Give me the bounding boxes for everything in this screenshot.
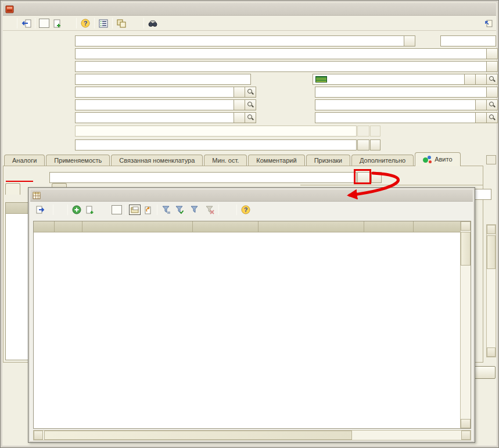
popup-maximize-button[interactable] — [450, 191, 460, 200]
tab-scroll-right-button[interactable] — [491, 156, 496, 164]
hierarchy-view-button[interactable] — [129, 205, 141, 215]
name-field[interactable] — [75, 35, 415, 46]
form-vertical-scrollbar[interactable] — [486, 224, 496, 357]
ad-title-clear-button[interactable] — [480, 189, 491, 199]
warranty-ellipsis-button[interactable] — [357, 139, 369, 150]
section-clear-button[interactable] — [371, 172, 382, 183]
nom-type-ellipsis-button[interactable] — [234, 87, 245, 97]
popup-minimize-button[interactable] — [439, 191, 450, 200]
vat-ellipsis-button[interactable] — [234, 113, 245, 123]
header-name[interactable] — [82, 221, 193, 232]
base-unit-open-button[interactable] — [486, 100, 497, 110]
nom-kind-ellipsis-button[interactable] — [486, 87, 497, 97]
save-and-close-button[interactable] — [20, 18, 32, 28]
popup-help-button[interactable]: ? — [240, 205, 252, 215]
scroll-thumb[interactable] — [487, 235, 496, 269]
code-field[interactable] — [440, 35, 496, 46]
tab[interactable]: Применяемость — [46, 155, 110, 166]
separator — [35, 18, 35, 28]
catalog-no-field[interactable] — [75, 74, 251, 85]
header-author[interactable] — [414, 221, 461, 232]
tab-label: Комментарий — [256, 157, 296, 164]
scroll-down-button[interactable] — [461, 419, 471, 428]
section-field[interactable] — [49, 172, 357, 183]
header-code[interactable] — [55, 221, 82, 232]
help-button[interactable]: ? — [80, 18, 91, 28]
warranty-clear-button[interactable] — [370, 139, 380, 150]
nom-type-field[interactable] — [75, 87, 256, 98]
add-copy-button[interactable] — [84, 205, 96, 215]
currency-button[interactable] — [129, 18, 141, 28]
structure-view-button[interactable] — [98, 18, 109, 28]
manufacturer-ellipsis-button[interactable] — [475, 74, 486, 84]
move-to-group-button[interactable] — [142, 205, 154, 215]
reread-button[interactable] — [38, 18, 50, 28]
base-unit-ellipsis-button[interactable] — [475, 100, 486, 110]
currency-open-button[interactable] — [245, 100, 256, 110]
actions-menu-button[interactable] — [6, 22, 14, 24]
foreign-ellipsis-button[interactable] — [486, 49, 497, 59]
tab[interactable]: Авито — [415, 152, 460, 166]
main-unit-open-button[interactable] — [486, 113, 497, 123]
tab-scroll-left-button[interactable] — [487, 156, 491, 164]
header-slug[interactable] — [259, 221, 364, 232]
manufacturer-open-button[interactable] — [486, 74, 497, 84]
tab[interactable]: Признаки — [306, 155, 350, 166]
header-date[interactable] — [364, 221, 414, 232]
foreign-field[interactable] — [75, 48, 498, 59]
edit-button[interactable] — [98, 205, 109, 215]
vat-field[interactable] — [75, 112, 256, 123]
full-name-field[interactable] — [75, 61, 498, 72]
tab[interactable]: Дополнительно — [351, 155, 414, 166]
copy-new-button[interactable] — [52, 18, 63, 28]
scroll-left-button[interactable] — [34, 431, 43, 440]
scroll-up-button[interactable] — [487, 225, 496, 234]
popup-actions-menu-button[interactable] — [56, 209, 64, 211]
scroll-right-button[interactable] — [461, 431, 471, 440]
filter-by-value-button[interactable] — [174, 205, 185, 215]
nom-kind-field[interactable] — [315, 87, 498, 98]
scroll-thumb[interactable] — [461, 232, 471, 266]
copy-frames-button[interactable] — [116, 18, 127, 28]
pricing-field[interactable] — [75, 126, 357, 137]
table-horizontal-scrollbar[interactable] — [33, 430, 471, 440]
main-unit-ellipsis-button[interactable] — [475, 113, 486, 123]
filter-history-button[interactable] — [187, 205, 202, 215]
goto-menu-button[interactable] — [65, 22, 73, 24]
manufacturer-field[interactable] — [313, 74, 498, 85]
scroll-down-button[interactable] — [487, 347, 496, 357]
tab-label: Дополнительно — [360, 157, 405, 164]
vat-open-button[interactable] — [245, 113, 256, 123]
currency-ellipsis-button[interactable] — [234, 100, 245, 110]
tab[interactable]: Комментарий — [248, 155, 304, 166]
subtab-properties[interactable] — [5, 183, 20, 195]
currency-field[interactable] — [75, 99, 256, 110]
minimize-button[interactable] — [462, 5, 473, 14]
table-vertical-scrollbar[interactable] — [460, 221, 471, 428]
popup-close-button[interactable] — [460, 191, 471, 200]
close-button[interactable] — [483, 5, 494, 14]
filter-sort-settings-button[interactable] — [160, 205, 172, 215]
refresh-list-button[interactable] — [222, 205, 234, 215]
warranty-field[interactable] — [75, 139, 357, 150]
nom-type-open-button[interactable] — [245, 87, 256, 97]
main-unit-field[interactable] — [315, 112, 498, 123]
header-category[interactable] — [193, 221, 259, 232]
delete-button[interactable] — [111, 205, 123, 215]
scroll-thumb[interactable] — [44, 431, 352, 440]
tab[interactable]: Аналоги — [4, 155, 45, 166]
open-list-icon — [484, 19, 493, 27]
select-button[interactable] — [33, 205, 50, 215]
tab[interactable]: Связанная номенклатура — [111, 155, 203, 166]
add-button[interactable] — [71, 205, 82, 215]
search-button[interactable] — [147, 18, 159, 28]
name-dropdown-button[interactable] — [404, 36, 415, 46]
avito-icon — [423, 156, 432, 163]
base-unit-field[interactable] — [315, 99, 498, 110]
maximize-button[interactable] — [473, 5, 483, 14]
tab[interactable]: Мин. ост. — [204, 155, 247, 166]
manufacturer-dropdown-button[interactable] — [464, 74, 475, 84]
scroll-up-button[interactable] — [461, 221, 471, 231]
save-close-icon — [21, 19, 31, 28]
full-name-ellipsis-button[interactable] — [486, 62, 497, 71]
